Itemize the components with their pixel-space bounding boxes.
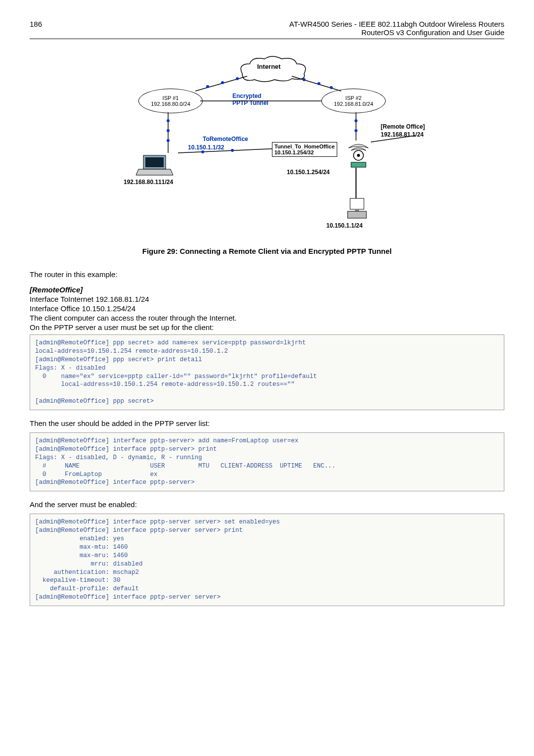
- svg-point-18: [231, 149, 234, 152]
- svg-rect-27: [355, 209, 359, 211]
- code-block-1: [admin@RemoteOffice] ppp secret> add nam…: [30, 334, 504, 410]
- client-text1: The client computer can access the route…: [30, 314, 504, 322]
- code-block-3: [admin@RemoteOffice] interface pptp-serv…: [30, 514, 504, 606]
- then-text: Then the user should be added in the PPT…: [30, 419, 504, 427]
- tunnel-home-box: Tunnel_To_HomeOffice 10.150.1.254/32: [272, 142, 337, 157]
- pc-ip: 10.150.1.1/24: [326, 222, 362, 229]
- iface-line2: Interface Office 10.150.1.254/24: [30, 304, 504, 313]
- svg-point-11: [167, 129, 170, 132]
- page-header: 186 AT-WR4500 Series - IEEE 802.11abgh O…: [30, 20, 504, 39]
- router-lan-ip: 10.150.1.254/24: [287, 169, 330, 176]
- figure-caption: Figure 29: Connecting a Remote Client vi…: [30, 247, 504, 255]
- page-number: 186: [30, 20, 42, 37]
- pc-icon: [345, 197, 370, 222]
- svg-line-0: [195, 76, 247, 91]
- svg-point-1: [236, 77, 239, 80]
- router-icon: [346, 141, 371, 170]
- intro-text: The router in this example:: [30, 270, 504, 279]
- svg-point-10: [167, 119, 170, 122]
- laptop-ip: 192.168.80.111/24: [124, 179, 173, 186]
- svg-point-5: [303, 78, 306, 81]
- code-block-2: [admin@RemoteOffice] interface pptp-serv…: [30, 432, 504, 491]
- connection-lines: [79, 54, 455, 237]
- laptop-icon: [134, 153, 178, 178]
- svg-line-4: [292, 76, 341, 91]
- and-text: And the server must be enabled:: [30, 500, 504, 509]
- to-remote-ip: 10.150.1.1/32: [188, 144, 224, 151]
- svg-point-6: [317, 82, 320, 85]
- svg-point-3: [206, 85, 209, 88]
- header-title-line1: AT-WR4500 Series - IEEE 802.11abgh Outdo…: [289, 20, 504, 28]
- svg-point-12: [167, 139, 170, 142]
- remote-office-ip: 192.168.81.1/24: [381, 131, 424, 138]
- svg-point-14: [355, 119, 357, 122]
- svg-rect-23: [351, 162, 366, 167]
- header-title-line2: RouterOS v3 Configuration and User Guide: [361, 28, 504, 37]
- svg-rect-26: [350, 198, 364, 209]
- remote-office-heading: [RemoteOffice]: [30, 285, 504, 294]
- svg-rect-28: [348, 211, 366, 218]
- to-remote-office-label: ToRemoteOffice: [203, 136, 248, 142]
- iface-line1: Interface ToInternet 192.168.81.1/24: [30, 295, 504, 303]
- svg-point-15: [355, 129, 357, 132]
- svg-point-22: [357, 154, 360, 157]
- svg-point-7: [330, 86, 333, 89]
- remote-office-label: [Remote Office]: [381, 123, 425, 130]
- client-text2: On the PPTP server a user must be set up…: [30, 323, 504, 331]
- header-title: AT-WR4500 Series - IEEE 802.11abgh Outdo…: [289, 20, 504, 37]
- svg-rect-25: [145, 157, 164, 167]
- network-diagram: Internet ISP #1 192.168.80.0/24 ISP #2 1…: [79, 54, 455, 237]
- svg-point-2: [221, 81, 224, 84]
